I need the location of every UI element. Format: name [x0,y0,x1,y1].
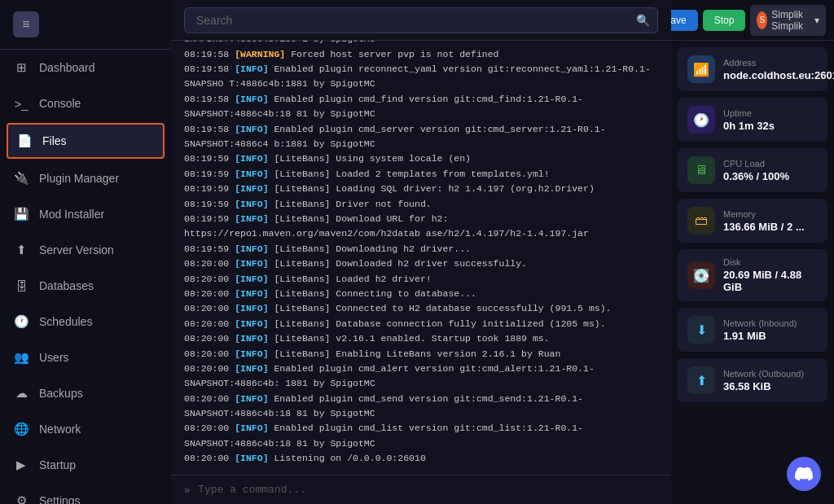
search-wrapper: 🔍 [184,7,658,33]
log-line: 08:20:00 [INFO] [LiteBans] Connecting to… [184,287,658,301]
stat-card-network-outbound: ⬆ Network (Outbound) 36.58 KiB [678,358,827,402]
console-icon: >_ [13,95,29,112]
sidebar-item-dashboard[interactable]: ⊞ Dashboard [0,50,171,85]
disk-icon: 💽 [687,261,715,289]
sidebar-label-settings: Settings [39,494,81,504]
sidebar-item-plugin-manager[interactable]: 🔌 Plugin Manager [0,160,171,196]
command-bar: » [171,475,671,504]
sidebar-label-plugin-manager: Plugin Manager [39,172,119,185]
memory-icon: 🗃 [687,207,715,234]
stat-label-address: Address [723,58,834,68]
discord-button[interactable] [787,457,821,491]
stat-label-cpu: CPU Load [723,159,818,169]
log-line: 08:20:00 [INFO] Listening on /0.0.0.0:26… [184,451,658,466]
logo-icon: ≡ [13,11,39,37]
user-badge[interactable]: S Simplik Simplik ▾ [750,5,826,36]
sidebar-label-dashboard: Dashboard [39,61,95,74]
sidebar-label-files: Files [42,134,67,147]
main-content: 🔍 :4886c4b:1881 by SpigotMC08:19:58 [INF… [171,0,671,504]
log-line: 08:19:59 [INFO] [LiteBans] Using system … [184,151,658,166]
plugin-manager-icon: 🔌 [13,170,29,186]
stat-value-uptime: 0h 1m 32s [723,120,818,132]
stat-info-address: Address node.coldhost.eu:26010 [723,58,834,81]
stat-card-cpu: 🖥 CPU Load 0.36% / 100% [678,148,827,192]
stat-value-network-outbound: 36.58 KiB [723,380,818,392]
chevron-down-icon: ▾ [814,15,819,26]
users-icon: 👥 [13,349,29,366]
stat-card-uptime: 🕐 Uptime 0h 1m 32s [678,98,827,142]
stat-card-disk: 💽 Disk 20.69 MiB / 4.88 GiB [678,249,827,301]
network-outbound-icon: ⬆ [687,366,715,394]
sidebar-item-settings[interactable]: ⚙ Settings [0,483,171,504]
settings-icon: ⚙ [13,493,29,504]
databases-icon: 🗄 [13,278,29,294]
files-icon: 📄 [16,133,33,149]
sidebar-label-server-version: Server Version [39,243,114,256]
stat-label-disk: Disk [723,257,818,267]
sidebar-item-console[interactable]: >_ Console [0,85,171,121]
log-line: 08:20:00 [INFO] [LiteBans] Enabling Lite… [184,347,658,362]
log-line: 08:20:00 [INFO] [LiteBans] Database conn… [184,317,658,331]
log-line: 08:20:00 [INFO] [LiteBans] Connected to … [184,301,658,316]
log-line: 08:20:00 [INFO] Enabled plugin cmd_alert… [184,362,658,392]
command-input[interactable] [198,484,658,496]
server-version-icon: ⬆ [13,242,29,258]
startup-icon: ▶ [13,457,29,473]
log-line: 08:19:58 [INFO] Enabled plugin cmd_find … [184,92,658,122]
sidebar-item-backups[interactable]: ☁ Backups [0,375,171,411]
search-input[interactable] [184,7,658,33]
stats-container: 📶 Address node.coldhost.eu:26010 🕐 Uptim… [671,41,834,409]
sidebar-item-users[interactable]: 👥 Users [0,340,171,375]
log-line: 08:20:00 [INFO] Enabled plugin cmd_list … [184,421,658,451]
console-log: :4886c4b:1881 by SpigotMC08:19:58 [INFO]… [171,41,671,475]
log-line: 08:20:00 [INFO] [LiteBans] v2.16.1 enabl… [184,331,658,346]
cpu-icon: 🖥 [687,156,715,184]
stat-label-network-outbound: Network (Outbound) [723,369,818,379]
sidebar-label-network: Network [39,423,81,436]
log-line: 08:19:59 [INFO] [LiteBans] Download URL … [184,212,658,242]
stat-value-cpu: 0.36% / 100% [723,170,818,182]
sidebar-label-console: Console [39,97,81,110]
sidebar-item-server-version[interactable]: ⬆ Server Version [0,232,171,268]
stat-card-network-inbound: ⬇ Network (Inbound) 1.91 MiB [678,308,827,352]
stat-card-memory: 🗃 Memory 136.66 MiB / 2 ... [678,199,827,243]
top-bar-right: Save Stop S Simplik Simplik ▾ [671,0,834,41]
stop-button[interactable]: Stop [703,10,746,31]
sidebar-nav: ⊞ Dashboard >_ Console 📄 Files 🔌 Plugin … [0,50,171,504]
stat-label-uptime: Uptime [723,108,818,118]
sidebar-item-databases[interactable]: 🗄 Databases [0,268,171,304]
log-line: 08:19:58 [INFO] Loaded plugin cmd_list v… [184,41,658,47]
sidebar-logo: ≡ [0,0,171,50]
stat-value-disk: 20.69 MiB / 4.88 GiB [723,269,818,293]
stat-label-memory: Memory [723,209,818,219]
sidebar-label-backups: Backups [39,387,83,400]
log-line: 08:20:00 [INFO] [LiteBans] Loaded h2 dri… [184,272,658,287]
sidebar-label-mod-installer: Mod Installer [39,208,104,221]
sidebar-label-startup: Startup [39,458,76,471]
sidebar-item-files[interactable]: 📄 Files [7,123,165,159]
stat-info-uptime: Uptime 0h 1m 32s [723,108,818,132]
stat-info-cpu: CPU Load 0.36% / 100% [723,159,818,182]
log-line: 08:19:58 [INFO] Enabled plugin reconnect… [184,62,658,92]
save-button[interactable]: Save [671,10,698,31]
topbar: 🔍 [171,0,671,41]
log-line: 08:19:59 [INFO] [LiteBans] Downloading h… [184,242,658,256]
command-prompt: » [184,484,190,496]
sidebar-item-schedules[interactable]: 🕐 Schedules [0,304,171,340]
sidebar-item-mod-installer[interactable]: 💾 Mod Installer [0,196,171,232]
sidebar-item-startup[interactable]: ▶ Startup [0,447,171,483]
log-line: 08:19:58 [INFO] Enabled plugin cmd_serve… [184,122,658,152]
sidebar: ≡ ⊞ Dashboard >_ Console 📄 Files 🔌 Plugi… [0,0,171,504]
username: Simplik Simplik [771,9,810,32]
sidebar-label-schedules: Schedules [39,315,92,328]
mod-installer-icon: 💾 [13,206,29,222]
search-icon: 🔍 [636,14,650,27]
log-line: 08:20:00 [INFO] [LiteBans] Downloaded h2… [184,256,658,271]
avatar: S [757,11,767,29]
log-line: 08:19:59 [INFO] [LiteBans] Loaded 2 temp… [184,167,658,182]
stat-info-network-outbound: Network (Outbound) 36.58 KiB [723,369,818,392]
log-line: 08:19:58 [WARNING] Forced host server pv… [184,47,658,62]
sidebar-label-users: Users [39,351,69,364]
sidebar-item-network[interactable]: 🌐 Network [0,411,171,447]
address-icon: 📶 [687,55,715,83]
